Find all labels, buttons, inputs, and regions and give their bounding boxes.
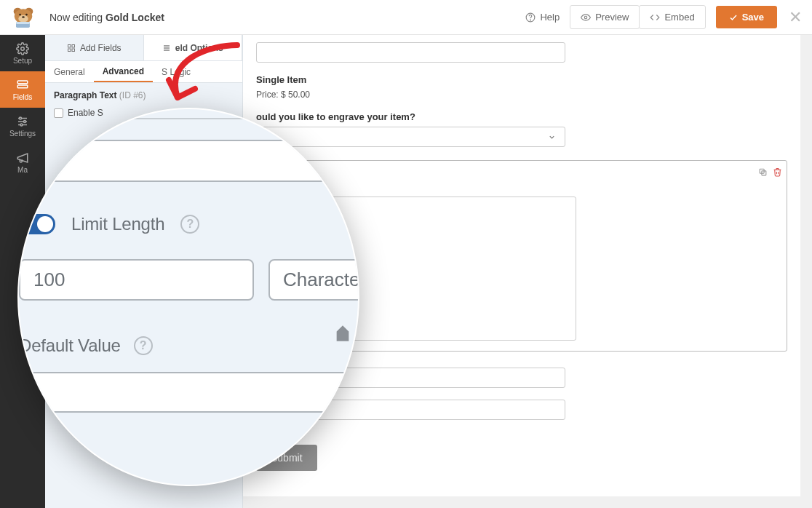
subtab-general[interactable]: General [45, 61, 94, 82]
svg-rect-24 [72, 49, 75, 52]
svg-point-12 [21, 47, 25, 50]
selected-field-label: e [267, 171, 776, 182]
copy-icon [758, 167, 768, 177]
chevron-down-icon [548, 133, 556, 141]
megaphone-icon [16, 151, 29, 164]
tab-add-fields[interactable]: Add Fields [45, 35, 144, 60]
svg-point-10 [530, 20, 531, 20]
limit-unit-select[interactable]: Characte [268, 259, 359, 301]
svg-point-11 [584, 16, 587, 19]
price-text: Price: $ 50.00 [256, 90, 787, 100]
help-link[interactable]: Help [525, 12, 560, 23]
now-editing-label: Now editing Gold Locket [49, 12, 164, 23]
app-logo [10, 7, 36, 28]
sliders-icon [16, 115, 29, 128]
svg-rect-8 [16, 22, 30, 24]
preview-text-input[interactable] [256, 42, 565, 63]
svg-point-20 [20, 124, 23, 126]
annotation-arrow [143, 41, 244, 108]
checkbox-icon[interactable] [54, 108, 63, 118]
sidebar-item-marketing[interactable]: Ma [0, 144, 45, 180]
default-value-label: Default Value [19, 336, 121, 356]
svg-rect-13 [17, 81, 28, 84]
limit-length-label: Limit Length [71, 214, 164, 234]
fields-icon [16, 79, 29, 92]
close-button[interactable]: ✕ [789, 8, 802, 27]
default-value-input[interactable] [19, 372, 359, 413]
help-icon[interactable]: ? [180, 215, 199, 234]
svg-point-3 [18, 15, 28, 22]
engrave-question-label: ould you like to engrave your item? [256, 111, 787, 122]
svg-point-19 [24, 120, 26, 122]
svg-point-4 [19, 13, 21, 15]
trash-icon [773, 167, 782, 177]
single-item-label: Single Item [256, 74, 787, 85]
tag-icon[interactable] [335, 324, 350, 343]
svg-rect-23 [68, 49, 71, 52]
svg-rect-21 [68, 44, 71, 47]
sidebar-item-setup[interactable]: Setup [0, 35, 45, 71]
svg-rect-22 [72, 44, 75, 47]
limit-value-input[interactable]: 100 [19, 259, 254, 301]
sidebar-item-settings[interactable]: Settings [0, 108, 45, 144]
bear-icon [10, 7, 36, 28]
preview-button[interactable]: Preview [570, 5, 640, 29]
help-icon [525, 12, 536, 23]
card-hint: n Card [256, 423, 787, 432]
help-icon[interactable]: ? [134, 336, 153, 355]
svg-rect-14 [17, 85, 28, 88]
eye-icon [581, 12, 591, 23]
delete-field-button[interactable] [772, 167, 782, 177]
sidebar-item-fields[interactable]: Fields [0, 71, 45, 108]
zoom-magnifier: eholder Text ? Limit Length ? 100 Charac… [17, 108, 359, 486]
svg-point-6 [22, 16, 25, 17]
gear-icon [16, 42, 29, 55]
save-button[interactable]: Save [716, 6, 777, 28]
code-icon [650, 12, 660, 23]
embed-button[interactable]: Embed [639, 5, 705, 29]
svg-point-18 [20, 117, 22, 119]
svg-point-5 [25, 13, 28, 15]
engrave-select[interactable] [256, 127, 565, 147]
duplicate-field-button[interactable] [757, 167, 768, 177]
check-icon [729, 13, 738, 22]
grid-icon [67, 44, 76, 52]
